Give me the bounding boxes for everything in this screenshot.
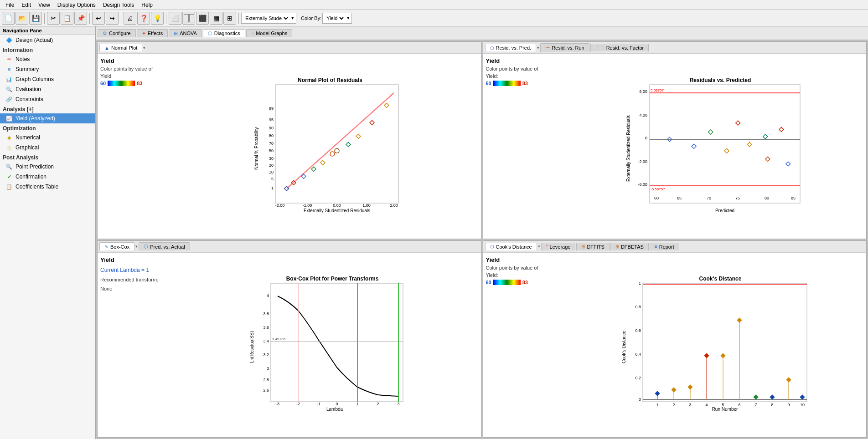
tab-report[interactable]: ≡ Report bbox=[650, 243, 679, 250]
sidebar-item-coefficients-table[interactable]: 📋 Coefficients Table bbox=[0, 182, 95, 192]
constraints-icon: 🔗 bbox=[5, 96, 13, 103]
sidebar-item-notes[interactable]: ✏ Notes bbox=[0, 54, 95, 64]
sidebar-item-confirmation[interactable]: ✔ Confirmation bbox=[0, 172, 95, 182]
topleft-chart: Normal Plot of Residuals Normal % Probab… bbox=[180, 54, 481, 239]
colorby-dropdown[interactable]: Yield ▾ bbox=[322, 13, 352, 24]
point-prediction-label: Point Prediction bbox=[16, 163, 54, 170]
cut-button[interactable]: ✂ bbox=[47, 12, 60, 25]
tab-diagnostics[interactable]: ⬡ Diagnostics bbox=[203, 29, 245, 37]
lightbulb-button[interactable]: 💡 bbox=[151, 12, 164, 25]
colorby-label: Color By: bbox=[301, 15, 321, 21]
menu-view[interactable]: View bbox=[35, 1, 54, 9]
tab-cooks-distance[interactable]: ⬡ Cook's Distance bbox=[485, 243, 537, 250]
topleft-content: Yield Color points by value of Yield: 60… bbox=[98, 54, 481, 239]
menu-display-options[interactable]: Display Options bbox=[54, 1, 99, 9]
topright-colorscale: 60 83 bbox=[486, 81, 563, 86]
svg-text:Box-Cox Plot for Power Transfo: Box-Cox Plot for Power Transforms bbox=[286, 276, 379, 282]
topleft-desc: Color points by value of bbox=[100, 66, 177, 71]
tab-dffits[interactable]: ⊞ DFFITS bbox=[576, 243, 610, 250]
topright-tab-arrow1[interactable]: ▾ bbox=[537, 46, 539, 50]
open-button[interactable]: 📂 bbox=[16, 12, 28, 25]
topleft-ylabel: Yield bbox=[100, 57, 177, 64]
menu-file[interactable]: File bbox=[2, 1, 18, 9]
graph-columns-icon: 📊 bbox=[5, 76, 13, 83]
residual-type-dropdown[interactable]: Externally Stude Internally Stude Residu… bbox=[241, 13, 296, 24]
numerical-icon: ◆ bbox=[5, 134, 13, 141]
tab-configure[interactable]: ⚙ Configure bbox=[98, 29, 136, 37]
svg-text:3: 3 bbox=[398, 402, 400, 406]
menu-design-tools[interactable]: Design Tools bbox=[99, 1, 138, 9]
notes-label: Notes bbox=[16, 56, 30, 62]
main-tab-bar: ⚙ Configure ✦ Effects ⊞ ANOVA ⬡ Diagnost… bbox=[96, 26, 868, 40]
bottomright-tab-arrow1[interactable]: ▾ bbox=[538, 244, 540, 249]
paste-button[interactable]: 📌 bbox=[74, 12, 87, 25]
tab-leverage[interactable]: * Leverage bbox=[541, 243, 576, 250]
svg-text:-2.00: -2.00 bbox=[638, 159, 647, 164]
svg-text:Lambda: Lambda bbox=[326, 407, 343, 412]
effects-icon: ✦ bbox=[142, 31, 146, 36]
topleft-color-min: 60 bbox=[100, 81, 106, 86]
save-button[interactable]: 💾 bbox=[29, 12, 42, 25]
sep1 bbox=[44, 13, 45, 24]
svg-text:0: 0 bbox=[645, 136, 647, 140]
normal-plot-svg: Normal Plot of Residuals Normal % Probab… bbox=[253, 76, 408, 217]
residual-select[interactable]: Externally Stude Internally Stude Residu… bbox=[243, 15, 289, 21]
svg-text:4: 4 bbox=[267, 293, 269, 298]
svg-text:20: 20 bbox=[269, 163, 274, 168]
sidebar-item-graph-columns[interactable]: 📊 Graph Columns bbox=[0, 74, 95, 84]
box-cox-icon: ∿ bbox=[104, 244, 108, 250]
svg-text:4.00: 4.00 bbox=[639, 113, 647, 117]
tab-resid-run[interactable]: 〜 Resid. vs. Run bbox=[540, 43, 589, 52]
tab-effects[interactable]: ✦ Effects bbox=[137, 29, 168, 37]
svg-text:7: 7 bbox=[754, 403, 757, 407]
topleft-tab-arrow[interactable]: ▾ bbox=[143, 46, 145, 50]
print-button[interactable]: 🖨 bbox=[124, 12, 136, 25]
sidebar-item-yield-analyzed[interactable]: 📈 Yield (Analyzed) bbox=[0, 113, 95, 123]
layout-4-button[interactable]: ⊞ bbox=[223, 12, 236, 25]
tab-anova[interactable]: ⊞ ANOVA bbox=[169, 29, 202, 37]
tab-normal-plot[interactable]: ▲ Normal Plot bbox=[99, 44, 142, 51]
sidebar-item-summary[interactable]: ≡ Summary bbox=[0, 64, 95, 74]
nav-pane: Navigation Pane 🔷 Design (Actual) Inform… bbox=[0, 26, 96, 439]
tab-box-cox[interactable]: ∿ Box-Cox bbox=[99, 242, 134, 250]
menu-edit[interactable]: Edit bbox=[18, 1, 35, 9]
svg-text:Predicted: Predicted bbox=[715, 208, 734, 213]
topright-desc2: Yield: bbox=[486, 73, 563, 79]
menu-help[interactable]: Help bbox=[138, 1, 156, 9]
bottomleft-left: Yield Current Lambda = 1 Recommended tra… bbox=[98, 253, 180, 438]
copy-button[interactable]: 📋 bbox=[61, 12, 73, 25]
recommend-label: Recommended transform: bbox=[100, 277, 177, 282]
sidebar-item-numerical[interactable]: ◆ Numerical bbox=[0, 133, 95, 143]
resid-pred-label: Resid. vs. Pred. bbox=[496, 45, 532, 51]
topleft-desc2: Yield: bbox=[100, 73, 177, 79]
bottomright-colorbar bbox=[493, 280, 521, 285]
svg-text:Cook's Distance: Cook's Distance bbox=[699, 276, 741, 282]
new-button[interactable]: 📄 bbox=[2, 12, 15, 25]
layout-2v-button[interactable]: ⬛ bbox=[196, 12, 209, 25]
tab-resid-pred[interactable]: ⬡ Resid. vs. Pred. bbox=[485, 44, 537, 51]
nav-design[interactable]: 🔷 Design (Actual) bbox=[0, 35, 95, 45]
tab-dfbetas[interactable]: ⊞ DFBETAS bbox=[610, 243, 649, 250]
bottomright-colorscale: 60 83 bbox=[486, 280, 563, 285]
undo-button[interactable]: ↩ bbox=[92, 12, 105, 25]
tab-resid-factor[interactable]: ⋮⋮ Resid. vs. Factor bbox=[590, 44, 649, 51]
colorby-select[interactable]: Yield bbox=[325, 15, 345, 21]
sidebar-item-point-prediction[interactable]: 🔍 Point Prediction bbox=[0, 162, 95, 172]
sidebar-item-constraints[interactable]: 🔗 Constraints bbox=[0, 94, 95, 104]
tab-pred-actual[interactable]: ⬡ Pred. vs. Actual bbox=[139, 242, 190, 250]
configure-label: Configure bbox=[109, 31, 131, 36]
redo-button[interactable]: ↪ bbox=[106, 12, 119, 25]
help-button[interactable]: ❓ bbox=[137, 12, 150, 25]
layout-1-button[interactable]: ⬜ bbox=[169, 12, 181, 25]
sidebar-item-evaluation[interactable]: 🔍 Evaluation bbox=[0, 84, 95, 94]
sidebar-item-graphical[interactable]: ◇ Graphical bbox=[0, 143, 95, 153]
tab-model-graphs[interactable]: ~ Model Graphs bbox=[246, 29, 293, 37]
bottomleft-chart: Box-Cox Plot for Power Transforms Ln(Res… bbox=[180, 253, 481, 438]
sep3 bbox=[121, 13, 121, 24]
plot-grid: ▲ Normal Plot ▾ Yield Color points by va… bbox=[96, 40, 868, 439]
sep2 bbox=[89, 13, 90, 24]
constraints-label: Constraints bbox=[16, 96, 43, 102]
bottomleft-tab-arrow[interactable]: ▾ bbox=[135, 244, 138, 249]
layout-2h-button[interactable] bbox=[182, 12, 195, 25]
layout-3-button[interactable]: ▦ bbox=[210, 12, 222, 25]
